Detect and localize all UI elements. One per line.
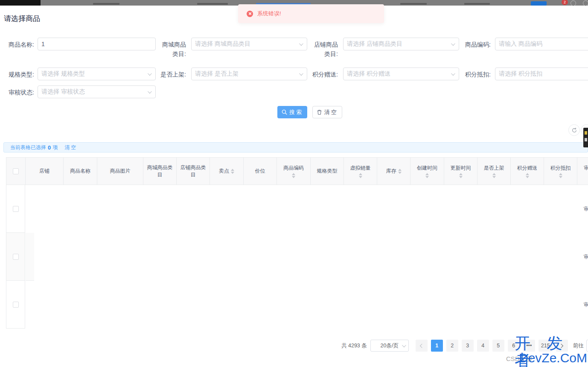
page-size-value: 20条/页 xyxy=(381,342,399,349)
row-checkbox-cell xyxy=(6,185,25,233)
chevron-down-icon xyxy=(451,41,455,46)
search-button[interactable]: 搜索 xyxy=(277,106,307,118)
devze-watermark-en: DevZe.CoM xyxy=(519,351,587,365)
spec-type-select[interactable]: 请选择 规格类型 xyxy=(38,68,156,80)
field-placeholder: 请选择 规格类型 xyxy=(41,70,85,78)
row-action-link[interactable]: 审核 xyxy=(584,206,588,213)
column-header: 商品编码 xyxy=(277,158,311,185)
clipped-nav-fragment xyxy=(464,3,490,5)
table-row: 审核 xyxy=(6,185,588,233)
sort-caret-icon[interactable] xyxy=(559,173,562,178)
row-checkbox-cell xyxy=(6,233,25,281)
column-header: 店铺商品类目 xyxy=(177,158,210,185)
chevron-down-icon xyxy=(451,71,455,76)
sort-caret-icon[interactable] xyxy=(398,169,402,174)
column-label: 创建时间 xyxy=(417,164,437,172)
product-name-input[interactable]: 1 xyxy=(38,38,156,50)
selection-text: 当前表格已选择 xyxy=(10,144,46,151)
selection-clear-link[interactable]: 清空 xyxy=(64,144,77,151)
column-header: 库存 xyxy=(377,158,410,185)
row-action-link[interactable]: 审核 xyxy=(584,253,588,261)
selection-count: 0 xyxy=(48,144,51,151)
chevron-down-icon xyxy=(299,71,303,76)
audit-status-select[interactable]: 请选择 审核状态 xyxy=(38,85,156,98)
clipped-header-button xyxy=(531,1,547,6)
field-label: 是否上架: xyxy=(159,68,186,79)
sort-caret-icon[interactable] xyxy=(292,173,295,178)
column-header: 虚拟销量 xyxy=(344,158,377,185)
field-placeholder: 请选择 店铺商品类目 xyxy=(347,40,402,48)
mall-category-select[interactable]: 请选择 商城商品类目 xyxy=(191,38,307,50)
column-label: 是否上架 xyxy=(484,164,504,172)
page-button[interactable]: 3 xyxy=(462,340,474,352)
row-checkbox-cell xyxy=(6,281,25,329)
points-deduct-select[interactable]: 请选择 积分抵扣 xyxy=(495,68,588,80)
prev-page-button[interactable] xyxy=(416,340,428,352)
table-header: 店铺商品名称商品图片商城商品类目店铺商品类目卖点价位商品编码规格类型虚拟销量库存… xyxy=(6,157,588,185)
error-circle-icon xyxy=(247,11,253,17)
refresh-button[interactable] xyxy=(568,124,580,136)
column-header: 积分抵扣 xyxy=(544,158,577,185)
field-label: 规格类型: xyxy=(7,68,34,79)
column-label: 积分抵扣 xyxy=(550,164,571,172)
column-label: 店铺商品类目 xyxy=(180,164,206,179)
search-icon xyxy=(282,109,287,115)
column-label: 审核状态 xyxy=(584,164,588,172)
field-value: 1 xyxy=(41,41,45,47)
column-label: 虚拟销量 xyxy=(350,164,371,172)
sort-caret-icon[interactable] xyxy=(492,173,496,178)
column-label: 商品编码 xyxy=(283,164,304,172)
row-shaded-strip xyxy=(26,233,34,281)
select-all-cell xyxy=(6,158,26,185)
chevron-down-icon xyxy=(148,89,152,94)
page-size-select[interactable]: 20条/页 xyxy=(370,340,409,352)
column-header: 店铺 xyxy=(26,158,64,185)
select-all-checkbox[interactable] xyxy=(13,168,19,174)
clipped-header-icon xyxy=(583,0,588,6)
sort-caret-icon[interactable] xyxy=(231,169,234,174)
page-button[interactable]: 2 xyxy=(446,340,458,352)
column-header: 价位 xyxy=(244,158,277,185)
chevron-down-icon xyxy=(299,41,303,46)
column-label: 商品名称 xyxy=(70,167,90,175)
page-button[interactable]: 5 xyxy=(492,340,504,352)
trash-icon xyxy=(317,109,322,115)
product-code-input[interactable]: 请输入 商品编码 xyxy=(495,38,588,50)
table-body: 审核审核审核 xyxy=(6,185,588,329)
column-label: 卖点 xyxy=(219,167,229,175)
page-button[interactable]: 1 xyxy=(431,340,443,352)
clipped-popup xyxy=(583,128,588,147)
field-label: 积分赠送: xyxy=(311,68,338,79)
shop-category-select[interactable]: 请选择 店铺商品类目 xyxy=(343,38,459,50)
column-header: 规格类型 xyxy=(311,158,344,185)
row-checkbox[interactable] xyxy=(13,254,19,260)
row-checkbox[interactable] xyxy=(13,206,19,212)
total-count: 共 4293 条 xyxy=(341,342,367,349)
clipped-nav-fragment xyxy=(197,3,228,5)
row-checkbox[interactable] xyxy=(13,302,19,308)
row-action-link[interactable]: 审核 xyxy=(584,301,588,308)
field-placeholder: 请选择 积分赠送 xyxy=(347,70,390,78)
page-button[interactable]: 4 xyxy=(477,340,489,352)
refresh-icon xyxy=(571,127,577,133)
on-shelf-select[interactable]: 请选择 是否上架 xyxy=(191,68,307,80)
error-toast: 系统错误! xyxy=(238,4,384,23)
column-label: 积分赠送 xyxy=(517,164,538,172)
field-placeholder: 请输入 商品编码 xyxy=(499,40,542,48)
sort-caret-icon[interactable] xyxy=(359,173,362,178)
toast-message: 系统错误! xyxy=(257,10,281,18)
sort-caret-icon[interactable] xyxy=(526,173,529,178)
field-label: 积分抵扣: xyxy=(463,68,491,79)
column-label: 商城商品类目 xyxy=(147,164,173,179)
sort-caret-icon[interactable] xyxy=(425,173,429,178)
points-gift-select[interactable]: 请选择 积分赠送 xyxy=(343,68,459,80)
table-row: 审核 xyxy=(6,281,588,329)
field-label: 店铺商品类目: xyxy=(311,38,338,59)
sort-caret-icon[interactable] xyxy=(459,173,463,178)
clear-button[interactable]: 清空 xyxy=(312,106,342,118)
clipped-header-icon xyxy=(571,0,576,6)
parent-logo-block xyxy=(0,0,41,6)
page-list: 123456 xyxy=(428,340,520,352)
column-header: 商品图片 xyxy=(97,158,143,185)
field-placeholder: 请选择 审核状态 xyxy=(41,88,85,96)
